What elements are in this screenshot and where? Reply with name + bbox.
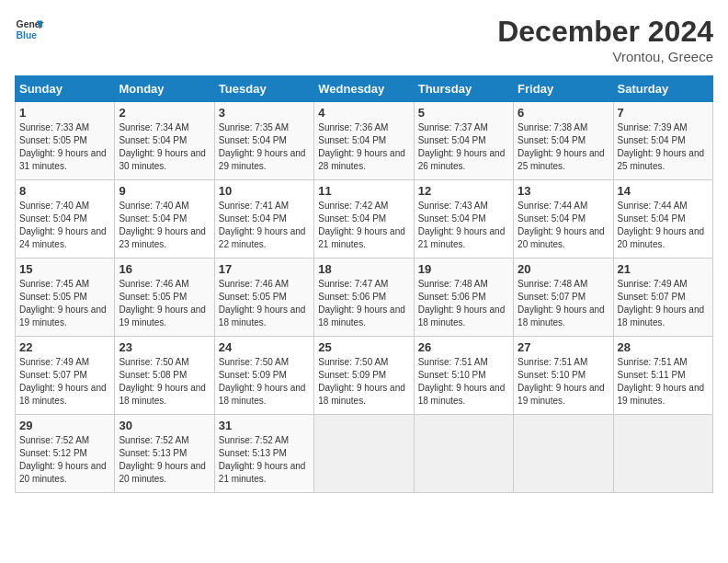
logo-icon: General Blue bbox=[15, 15, 44, 44]
calendar-week-4: 22Sunrise: 7:49 AM Sunset: 5:07 PM Dayli… bbox=[16, 337, 713, 415]
title-area: December 2024 Vrontou, Greece bbox=[497, 15, 713, 64]
calendar-cell: 25Sunrise: 7:50 AM Sunset: 5:09 PM Dayli… bbox=[314, 337, 414, 415]
day-number: 7 bbox=[618, 106, 709, 120]
day-info: Sunrise: 7:52 AM Sunset: 5:12 PM Dayligh… bbox=[19, 434, 110, 486]
calendar-cell: 23Sunrise: 7:50 AM Sunset: 5:08 PM Dayli… bbox=[115, 337, 214, 415]
day-number: 9 bbox=[119, 184, 210, 198]
day-info: Sunrise: 7:40 AM Sunset: 5:04 PM Dayligh… bbox=[19, 200, 110, 251]
day-info: Sunrise: 7:47 AM Sunset: 5:06 PM Dayligh… bbox=[318, 278, 409, 329]
month-title: December 2024 bbox=[497, 15, 713, 49]
calendar-cell: 10Sunrise: 7:41 AM Sunset: 5:04 PM Dayli… bbox=[214, 180, 313, 259]
day-number: 31 bbox=[219, 419, 310, 432]
calendar-cell: 30Sunrise: 7:52 AM Sunset: 5:13 PM Dayli… bbox=[115, 415, 214, 493]
calendar-cell bbox=[613, 415, 712, 493]
day-info: Sunrise: 7:50 AM Sunset: 5:08 PM Dayligh… bbox=[119, 356, 210, 408]
calendar-cell bbox=[414, 415, 513, 493]
calendar-cell: 9Sunrise: 7:40 AM Sunset: 5:04 PM Daylig… bbox=[115, 180, 214, 259]
day-info: Sunrise: 7:43 AM Sunset: 5:04 PM Dayligh… bbox=[418, 200, 509, 251]
day-info: Sunrise: 7:52 AM Sunset: 5:13 PM Dayligh… bbox=[219, 434, 310, 486]
day-number: 21 bbox=[618, 262, 709, 276]
day-info: Sunrise: 7:36 AM Sunset: 5:04 PM Dayligh… bbox=[318, 121, 409, 173]
calendar-cell: 24Sunrise: 7:50 AM Sunset: 5:09 PM Dayli… bbox=[214, 337, 313, 415]
day-number: 19 bbox=[418, 262, 509, 276]
day-header-thursday: Thursday bbox=[414, 76, 513, 102]
day-number: 28 bbox=[618, 340, 709, 354]
day-number: 12 bbox=[418, 184, 509, 198]
calendar-cell: 15Sunrise: 7:45 AM Sunset: 5:05 PM Dayli… bbox=[16, 259, 115, 337]
calendar-cell: 7Sunrise: 7:39 AM Sunset: 5:04 PM Daylig… bbox=[613, 102, 712, 180]
calendar-cell: 20Sunrise: 7:48 AM Sunset: 5:07 PM Dayli… bbox=[514, 259, 613, 337]
day-number: 2 bbox=[119, 106, 210, 120]
day-number: 5 bbox=[418, 106, 509, 120]
day-info: Sunrise: 7:50 AM Sunset: 5:09 PM Dayligh… bbox=[219, 356, 310, 408]
day-info: Sunrise: 7:46 AM Sunset: 5:05 PM Dayligh… bbox=[119, 278, 210, 329]
logo: General Blue bbox=[15, 15, 44, 44]
day-info: Sunrise: 7:38 AM Sunset: 5:04 PM Dayligh… bbox=[518, 121, 609, 173]
calendar-body: 1Sunrise: 7:33 AM Sunset: 5:05 PM Daylig… bbox=[16, 102, 713, 493]
day-number: 24 bbox=[219, 340, 310, 354]
day-number: 6 bbox=[518, 106, 609, 120]
day-info: Sunrise: 7:39 AM Sunset: 5:04 PM Dayligh… bbox=[618, 121, 709, 173]
day-info: Sunrise: 7:49 AM Sunset: 5:07 PM Dayligh… bbox=[618, 278, 709, 329]
day-info: Sunrise: 7:45 AM Sunset: 5:05 PM Dayligh… bbox=[19, 278, 110, 329]
day-number: 18 bbox=[318, 262, 409, 276]
day-header-sunday: Sunday bbox=[16, 76, 115, 102]
calendar-cell: 29Sunrise: 7:52 AM Sunset: 5:12 PM Dayli… bbox=[16, 415, 115, 493]
day-number: 30 bbox=[119, 419, 210, 432]
day-number: 23 bbox=[119, 340, 210, 354]
day-info: Sunrise: 7:44 AM Sunset: 5:04 PM Dayligh… bbox=[618, 200, 709, 251]
day-info: Sunrise: 7:49 AM Sunset: 5:07 PM Dayligh… bbox=[19, 356, 110, 408]
day-number: 3 bbox=[219, 106, 310, 120]
day-info: Sunrise: 7:37 AM Sunset: 5:04 PM Dayligh… bbox=[418, 121, 509, 173]
calendar-header-row: SundayMondayTuesdayWednesdayThursdayFrid… bbox=[16, 76, 713, 102]
day-header-saturday: Saturday bbox=[613, 76, 712, 102]
svg-text:Blue: Blue bbox=[17, 30, 38, 40]
calendar-cell: 13Sunrise: 7:44 AM Sunset: 5:04 PM Dayli… bbox=[514, 180, 613, 259]
calendar-table: SundayMondayTuesdayWednesdayThursdayFrid… bbox=[15, 75, 713, 493]
calendar-cell: 8Sunrise: 7:40 AM Sunset: 5:04 PM Daylig… bbox=[16, 180, 115, 259]
day-info: Sunrise: 7:52 AM Sunset: 5:13 PM Dayligh… bbox=[119, 434, 210, 486]
calendar-cell: 16Sunrise: 7:46 AM Sunset: 5:05 PM Dayli… bbox=[115, 259, 214, 337]
calendar-cell: 11Sunrise: 7:42 AM Sunset: 5:04 PM Dayli… bbox=[314, 180, 414, 259]
day-info: Sunrise: 7:44 AM Sunset: 5:04 PM Dayligh… bbox=[518, 200, 609, 251]
calendar-cell: 1Sunrise: 7:33 AM Sunset: 5:05 PM Daylig… bbox=[16, 102, 115, 180]
day-info: Sunrise: 7:51 AM Sunset: 5:10 PM Dayligh… bbox=[418, 356, 509, 408]
day-number: 4 bbox=[318, 106, 409, 120]
calendar-cell: 28Sunrise: 7:51 AM Sunset: 5:11 PM Dayli… bbox=[613, 337, 712, 415]
day-number: 29 bbox=[19, 419, 110, 432]
header: General Blue December 2024 Vrontou, Gree… bbox=[15, 15, 713, 64]
calendar-week-2: 8Sunrise: 7:40 AM Sunset: 5:04 PM Daylig… bbox=[16, 180, 713, 259]
day-header-wednesday: Wednesday bbox=[314, 76, 414, 102]
day-number: 10 bbox=[219, 184, 310, 198]
calendar-cell: 12Sunrise: 7:43 AM Sunset: 5:04 PM Dayli… bbox=[414, 180, 513, 259]
day-info: Sunrise: 7:33 AM Sunset: 5:05 PM Dayligh… bbox=[19, 121, 110, 173]
day-number: 17 bbox=[219, 262, 310, 276]
day-info: Sunrise: 7:51 AM Sunset: 5:10 PM Dayligh… bbox=[518, 356, 609, 408]
day-number: 8 bbox=[19, 184, 110, 198]
day-info: Sunrise: 7:35 AM Sunset: 5:04 PM Dayligh… bbox=[219, 121, 310, 173]
calendar-cell: 19Sunrise: 7:48 AM Sunset: 5:06 PM Dayli… bbox=[414, 259, 513, 337]
calendar-cell: 3Sunrise: 7:35 AM Sunset: 5:04 PM Daylig… bbox=[214, 102, 313, 180]
day-number: 25 bbox=[318, 340, 409, 354]
calendar-cell: 5Sunrise: 7:37 AM Sunset: 5:04 PM Daylig… bbox=[414, 102, 513, 180]
day-number: 1 bbox=[19, 106, 110, 120]
calendar-cell: 27Sunrise: 7:51 AM Sunset: 5:10 PM Dayli… bbox=[514, 337, 613, 415]
day-number: 16 bbox=[119, 262, 210, 276]
location-subtitle: Vrontou, Greece bbox=[497, 49, 713, 64]
calendar-cell: 18Sunrise: 7:47 AM Sunset: 5:06 PM Dayli… bbox=[314, 259, 414, 337]
calendar-week-1: 1Sunrise: 7:33 AM Sunset: 5:05 PM Daylig… bbox=[16, 102, 713, 180]
day-info: Sunrise: 7:40 AM Sunset: 5:04 PM Dayligh… bbox=[119, 200, 210, 251]
day-number: 11 bbox=[318, 184, 409, 198]
calendar-cell: 26Sunrise: 7:51 AM Sunset: 5:10 PM Dayli… bbox=[414, 337, 513, 415]
day-info: Sunrise: 7:41 AM Sunset: 5:04 PM Dayligh… bbox=[219, 200, 310, 251]
day-info: Sunrise: 7:46 AM Sunset: 5:05 PM Dayligh… bbox=[219, 278, 310, 329]
day-info: Sunrise: 7:48 AM Sunset: 5:07 PM Dayligh… bbox=[518, 278, 609, 329]
calendar-cell bbox=[314, 415, 414, 493]
day-number: 15 bbox=[19, 262, 110, 276]
calendar-cell bbox=[514, 415, 613, 493]
calendar-cell: 17Sunrise: 7:46 AM Sunset: 5:05 PM Dayli… bbox=[214, 259, 313, 337]
day-header-tuesday: Tuesday bbox=[214, 76, 313, 102]
day-info: Sunrise: 7:42 AM Sunset: 5:04 PM Dayligh… bbox=[318, 200, 409, 251]
day-header-monday: Monday bbox=[115, 76, 214, 102]
day-number: 13 bbox=[518, 184, 609, 198]
